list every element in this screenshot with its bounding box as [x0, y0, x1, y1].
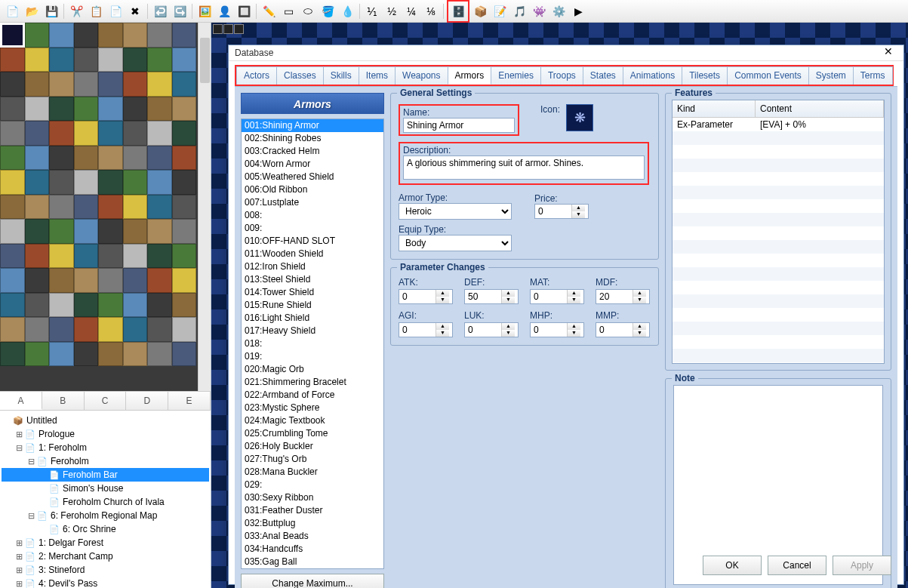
param-mhp-input[interactable]: ▲▼: [530, 322, 584, 337]
list-item[interactable]: 011:Wooden Shield: [242, 248, 383, 260]
list-item[interactable]: 029:: [242, 479, 383, 491]
icon-selector[interactable]: ❋: [566, 104, 593, 131]
tree-item[interactable]: ⊞📄Prologue: [2, 427, 209, 441]
param-mat-input[interactable]: ▲▼: [530, 289, 584, 304]
apply-button[interactable]: Apply: [833, 556, 891, 575]
toolbar-button[interactable]: ✏️: [260, 2, 278, 20]
tileset-palette[interactable]: [0, 23, 211, 391]
toolbar-button[interactable]: ↩️: [151, 2, 169, 20]
list-item[interactable]: 004:Worn Armor: [242, 158, 383, 171]
list-item[interactable]: 020:Magic Orb: [242, 363, 383, 376]
price-input[interactable]: ▲▼: [534, 204, 589, 219]
tileset-tab[interactable]: A: [0, 392, 42, 410]
armor-list[interactable]: 001:Shining Armor002:Shining Robes003:Cr…: [241, 119, 384, 569]
tree-item[interactable]: ⊞📄3: Stineford: [2, 563, 209, 577]
tree-item[interactable]: 📄Feroholm Bar: [2, 468, 209, 482]
db-tab[interactable]: Tilesets: [682, 66, 728, 85]
tree-item[interactable]: 📄6: Orc Shrine: [2, 522, 209, 536]
param-luk-input[interactable]: ▲▼: [464, 322, 519, 337]
list-item[interactable]: 032:Buttplug: [242, 517, 383, 530]
tileset-tab[interactable]: B: [42, 392, 85, 410]
db-tab[interactable]: Animations: [623, 66, 682, 85]
list-item[interactable]: 024:Magic Textbook: [242, 414, 383, 427]
toolbar-button[interactable]: ▭: [279, 2, 297, 20]
toolbar-button[interactable]: 👾: [530, 2, 548, 20]
toolbar-button[interactable]: 👤: [215, 2, 233, 20]
db-tab[interactable]: Troops: [540, 66, 583, 85]
db-tab[interactable]: Items: [359, 66, 396, 85]
list-item[interactable]: 017:Heavy Shield: [242, 325, 383, 337]
toolbar-button[interactable]: 📦: [471, 2, 489, 20]
list-item[interactable]: 030:Sexy Ribbon: [242, 491, 383, 504]
list-item[interactable]: 023:Mystic Sphere: [242, 402, 383, 414]
toolbar-button[interactable]: ↪️: [171, 2, 189, 20]
toolbar-button[interactable]: ⬭: [299, 2, 317, 20]
list-item[interactable]: 010:OFF-HAND SLOT: [242, 235, 383, 248]
param-agi-input[interactable]: ▲▼: [399, 322, 453, 337]
toolbar-button[interactable]: ✖: [126, 2, 144, 20]
tileset-tab[interactable]: E: [168, 392, 211, 410]
features-table[interactable]: Kind Content Ex-Parameter[EVA] + 0%: [672, 100, 885, 364]
toolbar-button[interactable]: 🔲: [235, 2, 253, 20]
db-tab[interactable]: Common Events: [727, 66, 809, 85]
cancel-button[interactable]: Cancel: [768, 556, 826, 575]
list-item[interactable]: 007:Lustplate: [242, 196, 383, 209]
list-item[interactable]: 013:Steel Shield: [242, 273, 383, 286]
db-tab[interactable]: Classes: [276, 66, 324, 85]
db-tab[interactable]: Enemies: [491, 66, 541, 85]
list-item[interactable]: 025:Crumbling Tome: [242, 427, 383, 440]
db-tab[interactable]: Weapons: [395, 66, 448, 85]
tree-item[interactable]: ⊟📄1: Feroholm: [2, 441, 209, 454]
param-mdf-input[interactable]: ▲▼: [596, 289, 650, 304]
tileset-scrollbar[interactable]: [198, 23, 211, 391]
toolbar-button[interactable]: ½: [383, 2, 401, 20]
list-item[interactable]: 027:Thug's Orb: [242, 453, 383, 466]
list-item[interactable]: 015:Rune Shield: [242, 299, 383, 312]
tree-item[interactable]: ⊞📄1: Delgar Forest: [2, 536, 209, 550]
param-atk-input[interactable]: ▲▼: [399, 289, 453, 304]
list-item[interactable]: 009:: [242, 222, 383, 235]
description-input[interactable]: [403, 155, 645, 180]
list-item[interactable]: 018:: [242, 337, 383, 350]
tree-item[interactable]: ⊟📄Feroholm: [2, 454, 209, 468]
toolbar-button[interactable]: 📄: [106, 2, 125, 20]
toolbar-button[interactable]: ⅛: [422, 2, 440, 20]
toolbar-button[interactable]: 🪣: [319, 2, 337, 20]
toolbar-button[interactable]: 📄: [3, 2, 21, 20]
toolbar-button[interactable]: 📋: [87, 2, 105, 20]
tileset-tab[interactable]: D: [126, 392, 168, 410]
tileset-tab[interactable]: C: [85, 392, 127, 410]
tree-item[interactable]: ⊞📄4: Devil's Pass: [2, 577, 209, 588]
toolbar-button[interactable]: ✂️: [67, 2, 85, 20]
list-item[interactable]: 021:Shimmering Bracelet: [242, 376, 383, 389]
tree-item[interactable]: ⊞📄2: Merchant Camp: [2, 550, 209, 563]
db-tab[interactable]: System: [808, 66, 854, 85]
list-item[interactable]: 033:Anal Beads: [242, 530, 383, 543]
list-item[interactable]: 001:Shining Armor: [242, 119, 383, 132]
list-item[interactable]: 028:Mana Buckler: [242, 466, 383, 479]
db-tab[interactable]: Skills: [323, 66, 359, 85]
toolbar-button[interactable]: 📝: [491, 2, 509, 20]
armor-type-select[interactable]: Heroic: [399, 203, 512, 220]
toolbar-button[interactable]: 💧: [338, 2, 356, 20]
equip-type-select[interactable]: Body: [399, 235, 512, 251]
list-item[interactable]: 002:Shining Robes: [242, 132, 383, 145]
list-item[interactable]: 005:Weathered Shield: [242, 171, 383, 183]
list-item[interactable]: 006:Old Ribbon: [242, 183, 383, 196]
toolbar-button[interactable]: 📂: [23, 2, 41, 20]
db-tab[interactable]: Actors: [236, 66, 277, 85]
param-mmp-input[interactable]: ▲▼: [596, 322, 650, 337]
toolbar-button[interactable]: 🖼️: [195, 2, 214, 20]
tree-item[interactable]: ⊟📄6: Feroholm Regional Map: [2, 509, 209, 522]
list-item[interactable]: 014:Tower Shield: [242, 286, 383, 299]
name-input[interactable]: [403, 118, 515, 133]
toolbar-button[interactable]: 🎵: [510, 2, 528, 20]
ok-button[interactable]: OK: [703, 556, 762, 575]
param-def-input[interactable]: ▲▼: [464, 289, 519, 304]
list-item[interactable]: 012:Iron Shield: [242, 260, 383, 273]
list-item[interactable]: 008:: [242, 209, 383, 222]
list-item[interactable]: 003:Cracked Helm: [242, 145, 383, 158]
tree-item[interactable]: 📄Simon's House: [2, 482, 209, 495]
list-item[interactable]: 016:Light Shield: [242, 312, 383, 325]
db-tab[interactable]: States: [583, 66, 623, 85]
